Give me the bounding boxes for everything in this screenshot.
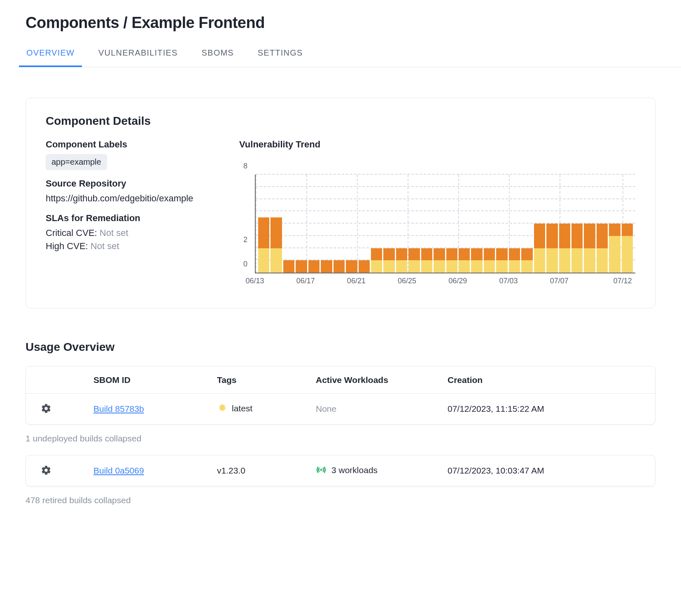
col-tags: Tags	[217, 375, 316, 385]
latest-icon	[217, 403, 228, 415]
col-creation: Creation	[448, 375, 649, 385]
chart-bar	[283, 175, 294, 273]
label-chip: app=example	[46, 154, 107, 170]
chart-x-tick: 06/29	[448, 277, 467, 285]
usage-overview-heading: Usage Overview	[26, 341, 655, 354]
chart-bar	[434, 175, 445, 273]
chart-bar	[383, 175, 394, 273]
tab-overview[interactable]: OVERVIEW	[26, 44, 75, 67]
collapsed-note-2[interactable]: 478 retired builds collapsed	[26, 495, 655, 505]
table-header: SBOM ID Tags Active Workloads Creation	[26, 366, 655, 394]
chart-bar	[271, 175, 282, 273]
chart-bar	[308, 175, 320, 273]
workloads-label: None	[316, 404, 336, 413]
chart-bar	[559, 175, 570, 273]
chart-bar	[471, 175, 482, 273]
tab-sboms[interactable]: SBOMS	[201, 44, 235, 67]
page-title: Components / Example Frontend	[26, 14, 655, 32]
build-link[interactable]: Build 0a5069	[93, 466, 144, 475]
broadcast-icon	[316, 464, 327, 477]
chart-bar	[296, 175, 307, 273]
table-row: Build 85783blatestNone07/12/2023, 11:15:…	[26, 394, 655, 424]
chart-y-tick: 2	[243, 235, 247, 244]
sla-heading: SLAs for Remediation	[46, 213, 227, 224]
sla-high-label: High CVE:	[46, 241, 88, 251]
component-details-card: Component Details Component Labels app=e…	[26, 98, 655, 308]
chart-bar	[521, 175, 532, 273]
chart-x-tick: 07/07	[550, 277, 569, 285]
table-row: Build 0a5069v1.23.03 workloads07/12/2023…	[26, 455, 655, 486]
workloads-label: 3 workloads	[331, 465, 378, 475]
chart-bar	[459, 175, 470, 273]
chart-bar	[597, 175, 608, 273]
sla-critical-label: Critical CVE:	[46, 228, 97, 238]
chart-bar	[258, 175, 269, 273]
chart-bar	[334, 175, 345, 273]
chart-bar	[534, 175, 545, 273]
vuln-trend-chart: 028 06/1306/1706/2106/2506/2907/0307/070…	[239, 175, 635, 288]
chart-bar	[446, 175, 457, 273]
chart-bar	[359, 175, 370, 273]
chart-x-tick: 06/25	[398, 277, 416, 285]
chart-bar	[396, 175, 407, 273]
gear-icon[interactable]	[40, 464, 52, 476]
vuln-trend-heading: Vulnerability Trend	[239, 139, 635, 150]
tab-settings[interactable]: SETTINGS	[257, 44, 304, 67]
collapsed-note-1[interactable]: 1 undeployed builds collapsed	[26, 434, 655, 443]
sla-high-value: Not set	[91, 241, 119, 251]
chart-bar	[408, 175, 420, 273]
sla-critical-value: Not set	[100, 228, 128, 238]
tag-label: v1.23.0	[217, 466, 245, 475]
repo-url: https://github.com/edgebitio/example	[46, 193, 227, 204]
chart-x-tick: 06/17	[296, 277, 315, 285]
tabs: OVERVIEWVULNERABILITIESSBOMSSETTINGS	[26, 44, 681, 67]
component-details-heading: Component Details	[46, 114, 635, 128]
usage-table-2: Build 0a5069v1.23.03 workloads07/12/2023…	[26, 455, 655, 486]
chart-bar	[609, 175, 620, 273]
chart-bar	[496, 175, 507, 273]
creation-time: 07/12/2023, 11:15:22 AM	[448, 404, 649, 414]
chart-bar	[622, 175, 633, 273]
chart-bar	[421, 175, 432, 273]
chart-bar	[371, 175, 382, 273]
chart-y-tick: 8	[243, 162, 247, 170]
chart-bar	[484, 175, 495, 273]
chart-x-tick: 06/21	[347, 277, 366, 285]
svg-point-0	[320, 469, 322, 471]
gear-icon[interactable]	[40, 402, 52, 415]
col-sbom-id: SBOM ID	[93, 375, 217, 385]
col-workloads: Active Workloads	[316, 375, 448, 385]
chart-x-tick: 06/13	[245, 277, 264, 285]
labels-heading: Component Labels	[46, 139, 227, 150]
tab-vulnerabilities[interactable]: VULNERABILITIES	[98, 44, 179, 67]
usage-table-1: SBOM ID Tags Active Workloads Creation B…	[26, 366, 655, 425]
chart-bar	[321, 175, 332, 273]
chart-bar	[571, 175, 583, 273]
creation-time: 07/12/2023, 10:03:47 AM	[448, 466, 649, 476]
chart-bar	[346, 175, 357, 273]
build-link[interactable]: Build 85783b	[93, 404, 144, 413]
chart-bar	[509, 175, 520, 273]
chart-y-tick: 0	[243, 260, 247, 268]
chart-x-tick: 07/12	[613, 277, 632, 285]
chart-bar	[546, 175, 557, 273]
repo-heading: Source Repository	[46, 178, 227, 189]
chart-bar	[584, 175, 595, 273]
chart-x-tick: 07/03	[499, 277, 518, 285]
tag-label: latest	[232, 404, 252, 413]
